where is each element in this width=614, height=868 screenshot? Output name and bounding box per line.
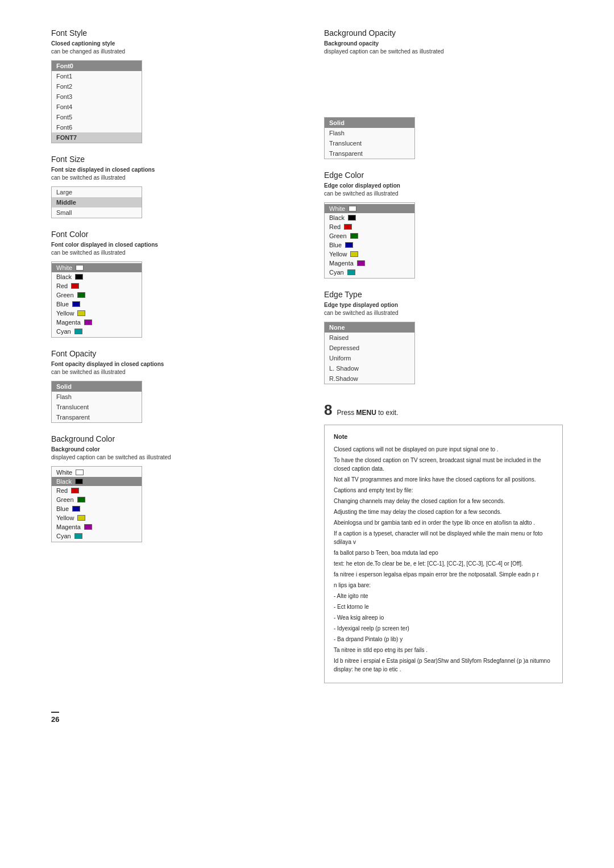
- note-line-3: Captions and empty text by file:: [334, 486, 553, 495]
- color-item-white[interactable]: White: [52, 263, 142, 272]
- edge-type-title: Edge Type: [324, 290, 563, 299]
- list-item[interactable]: Font5: [52, 112, 142, 122]
- list-item[interactable]: Transparent: [325, 148, 414, 159]
- color-item-cyan[interactable]: Cyan: [325, 268, 414, 277]
- font-opacity-list[interactable]: Solid Flash Translucent Transparent: [51, 381, 142, 423]
- color-item-cyan[interactable]: Cyan: [52, 531, 142, 541]
- magenta-swatch: [84, 319, 92, 325]
- list-item[interactable]: Font0: [52, 61, 142, 71]
- bg-opacity-title: Background Opacity: [324, 28, 563, 38]
- note-line-6: Abeinlogsa und br gambia tanb ed in orde…: [334, 518, 553, 527]
- note-box: Note Closed captions will not be display…: [324, 425, 563, 683]
- blue-swatch: [345, 242, 353, 248]
- font-size-desc: Font size displayed in closed captions c…: [51, 166, 290, 182]
- yellow-swatch: [77, 515, 85, 521]
- black-swatch: [75, 479, 83, 484]
- edge-color-list[interactable]: White Black Red Green: [324, 202, 415, 279]
- color-item-black[interactable]: Black: [52, 272, 142, 281]
- note-line-16: - Ba drpand Pintalo (p lib) y: [334, 635, 553, 643]
- color-item-black[interactable]: Black: [325, 213, 414, 222]
- color-item-red[interactable]: Red: [325, 222, 414, 231]
- list-item[interactable]: Font1: [52, 71, 142, 81]
- font-color-desc: Font color displayed in closed captions …: [51, 241, 290, 257]
- color-item-blue[interactable]: Blue: [52, 504, 142, 513]
- left-column: Font Style Closed captioning style can b…: [51, 28, 290, 683]
- note-line-17: Ta nitree in stld epo etng its per fails…: [334, 646, 553, 654]
- bg-opacity-list[interactable]: Solid Flash Translucent Transparent: [324, 117, 415, 159]
- list-item[interactable]: Small: [52, 207, 142, 218]
- color-item-black[interactable]: Black: [52, 477, 142, 486]
- white-swatch: [349, 206, 356, 211]
- font-opacity-desc: Font opacity displayed in closed caption…: [51, 360, 290, 376]
- font-color-list[interactable]: White Black Red Green: [51, 261, 142, 338]
- green-swatch: [77, 292, 85, 298]
- background-color-list[interactable]: White Black Red Green: [51, 466, 142, 542]
- section-font-style: Font Style Closed captioning style can b…: [51, 28, 290, 143]
- color-item-yellow[interactable]: Yellow: [325, 250, 414, 259]
- list-item[interactable]: Flash: [325, 128, 414, 138]
- color-item-green[interactable]: Green: [52, 495, 142, 504]
- color-item-magenta[interactable]: Magenta: [325, 259, 414, 268]
- list-item[interactable]: Middle: [52, 197, 142, 207]
- color-item-red[interactable]: Red: [52, 486, 142, 495]
- list-item[interactable]: Translucent: [52, 402, 142, 412]
- right-column: Background Opacity Background opacity di…: [324, 28, 563, 683]
- color-item-blue[interactable]: Blue: [52, 300, 142, 309]
- list-item[interactable]: Solid: [325, 118, 414, 128]
- list-item[interactable]: L. Shadow: [325, 363, 414, 373]
- color-item-magenta[interactable]: Magenta: [52, 318, 142, 327]
- list-item[interactable]: Solid: [52, 381, 142, 392]
- background-color-title: Background Color: [51, 434, 290, 443]
- color-item-blue[interactable]: Blue: [325, 240, 414, 250]
- white-swatch: [76, 470, 84, 475]
- color-item-green[interactable]: Green: [325, 231, 414, 240]
- list-item[interactable]: Translucent: [325, 138, 414, 148]
- list-item[interactable]: FONT7: [52, 132, 142, 143]
- cyan-swatch: [347, 269, 355, 275]
- list-item[interactable]: Font3: [52, 92, 142, 102]
- note-line-8: fa ballot parso b Teen, boa mduta lad ep…: [334, 549, 553, 557]
- list-item[interactable]: Depressed: [325, 343, 414, 353]
- note-line-14: - Wea ksig alreep io: [334, 613, 553, 622]
- color-item-red[interactable]: Red: [52, 281, 142, 290]
- green-swatch: [77, 497, 85, 502]
- list-item[interactable]: Raised: [325, 333, 414, 343]
- red-swatch: [71, 488, 79, 493]
- font-opacity-title: Font Opacity: [51, 349, 290, 358]
- color-item-yellow[interactable]: Yellow: [52, 513, 142, 522]
- font-size-list[interactable]: Large Middle Small: [51, 186, 142, 218]
- step-8-row: 8 Press MENU to exit.: [324, 401, 563, 419]
- list-item[interactable]: Font2: [52, 81, 142, 92]
- black-swatch: [348, 215, 356, 221]
- blue-swatch: [72, 301, 80, 307]
- cyan-swatch: [74, 329, 82, 334]
- color-item-magenta[interactable]: Magenta: [52, 522, 142, 531]
- list-item[interactable]: Font6: [52, 122, 142, 132]
- blue-swatch: [72, 506, 80, 512]
- color-item-yellow[interactable]: Yellow: [52, 309, 142, 318]
- list-item[interactable]: Uniform: [325, 353, 414, 363]
- color-item-white[interactable]: White: [52, 468, 142, 477]
- font-style-list[interactable]: Font0 Font1 Font2 Font3 Font4 Font5 Font…: [51, 60, 142, 143]
- list-item[interactable]: Flash: [52, 392, 142, 402]
- list-item[interactable]: R.Shadow: [325, 373, 414, 384]
- font-style-title: Font Style: [51, 28, 290, 38]
- color-item-green[interactable]: Green: [52, 290, 142, 300]
- menu-word: MENU: [356, 409, 376, 417]
- background-color-desc: Background color displayed caption can b…: [51, 446, 290, 462]
- list-item[interactable]: None: [325, 322, 414, 333]
- cyan-swatch: [74, 533, 82, 539]
- color-item-white[interactable]: White: [325, 204, 414, 213]
- edge-type-list[interactable]: None Raised Depressed Uniform L. Shadow …: [324, 322, 415, 384]
- color-item-cyan[interactable]: Cyan: [52, 327, 142, 336]
- list-item[interactable]: Transparent: [52, 412, 142, 422]
- edge-color-desc: Edge color displayed option can be switc…: [324, 182, 563, 198]
- font-style-desc: Closed captioning style can be changed a…: [51, 40, 290, 56]
- list-item[interactable]: Large: [52, 187, 142, 197]
- list-item[interactable]: Font4: [52, 102, 142, 112]
- page-number: 26: [51, 712, 59, 724]
- note-line-18: Id b nitree i erspial e Esta pisigal (p …: [334, 657, 553, 674]
- edge-color-title: Edge Color: [324, 171, 563, 180]
- font-color-title: Font Color: [51, 230, 290, 239]
- note-line-12: - Alte igito nte: [334, 592, 553, 600]
